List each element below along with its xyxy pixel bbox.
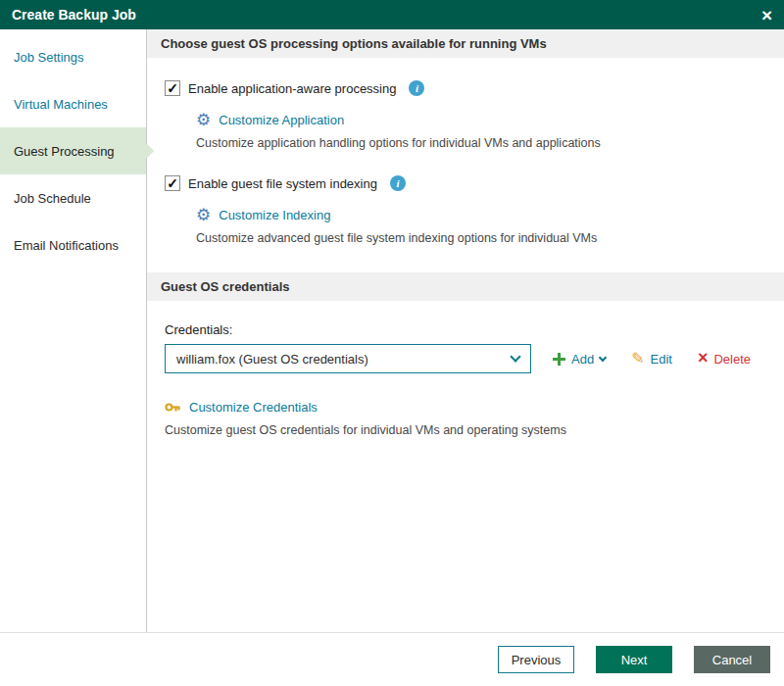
check-icon: ✓ — [167, 81, 178, 95]
gear-icon: ⚙ — [196, 112, 211, 128]
page-header: Choose guest OS processing options avail… — [147, 29, 784, 58]
edit-label: Edit — [651, 352, 672, 367]
app-aware-row: ✓ Enable application-aware processing i — [165, 80, 764, 96]
customize-indexing-label[interactable]: Customize Indexing — [219, 208, 330, 222]
dialog-title: Create Backup Job — [12, 7, 136, 23]
credentials-select-value: william.fox (Guest OS credentials) — [176, 352, 368, 367]
credentials-caption: Customize guest OS credentials for indiv… — [165, 423, 764, 437]
add-button[interactable]: Add — [553, 352, 606, 367]
credentials-section-header: Guest OS credentials — [147, 272, 784, 301]
delete-button[interactable]: × Delete — [698, 351, 751, 367]
customize-credentials-label[interactable]: Customize Credentials — [189, 400, 318, 415]
delete-x-icon: × — [698, 349, 709, 367]
create-backup-job-dialog: Create Backup Job × Job Settings Virtual… — [0, 0, 784, 686]
credentials-select[interactable]: william.fox (Guest OS credentials) — [165, 344, 531, 373]
guest-processing-panel: Choose guest OS processing options avail… — [147, 29, 784, 632]
customize-application-label[interactable]: Customize Application — [219, 113, 344, 127]
info-icon[interactable]: i — [390, 175, 406, 191]
app-aware-label: Enable application-aware processing — [188, 81, 396, 96]
cancel-button[interactable]: Cancel — [694, 646, 770, 673]
previous-button[interactable]: Previous — [498, 646, 574, 673]
key-icon — [165, 399, 181, 416]
chevron-down-icon — [599, 354, 607, 362]
indexing-label: Enable guest file system indexing — [188, 176, 377, 191]
edit-button[interactable]: ✎ Edit — [631, 351, 672, 367]
credentials-label: Credentials: — [165, 322, 764, 337]
wizard-steps-sidebar: Job Settings Virtual Machines Guest Proc… — [0, 29, 147, 632]
processing-options-section: ✓ Enable application-aware processing i … — [147, 58, 784, 245]
gear-icon: ⚙ — [196, 207, 211, 223]
next-button[interactable]: Next — [596, 646, 672, 673]
delete-label: Delete — [713, 352, 751, 367]
close-icon[interactable]: × — [761, 6, 772, 24]
add-label: Add — [571, 352, 594, 367]
app-aware-checkbox[interactable]: ✓ — [165, 80, 180, 96]
sidebar-item-email-notifications[interactable]: Email Notifications — [0, 221, 146, 269]
sidebar-item-guest-processing[interactable]: Guest Processing — [0, 127, 146, 174]
info-icon[interactable]: i — [409, 80, 424, 96]
indexing-row: ✓ Enable guest file system indexing i — [165, 175, 764, 191]
customize-application-link[interactable]: ⚙ Customize Application — [196, 112, 764, 128]
titlebar: Create Backup Job × — [0, 0, 784, 29]
sidebar-item-job-settings[interactable]: Job Settings — [0, 33, 146, 80]
dialog-body: Job Settings Virtual Machines Guest Proc… — [0, 29, 784, 632]
customize-indexing-link[interactable]: ⚙ Customize Indexing — [196, 207, 764, 223]
chevron-down-icon — [510, 351, 520, 362]
customize-credentials-link[interactable]: Customize Credentials — [165, 399, 764, 416]
sidebar-item-virtual-machines[interactable]: Virtual Machines — [0, 80, 146, 127]
plus-icon — [553, 353, 565, 366]
check-icon: ✓ — [167, 176, 178, 190]
credentials-row: william.fox (Guest OS credentials) Add — [165, 344, 764, 373]
credentials-actions: Add ✎ Edit × Delete — [553, 351, 751, 367]
pencil-icon: ✎ — [631, 351, 644, 367]
footer: Previous Next Cancel — [0, 632, 784, 686]
app-aware-caption: Customize application handling options f… — [196, 136, 764, 150]
indexing-caption: Customize advanced guest file system ind… — [196, 231, 764, 245]
credentials-section: Credentials: william.fox (Guest OS crede… — [147, 301, 784, 437]
sidebar-item-job-schedule[interactable]: Job Schedule — [0, 174, 146, 221]
indexing-checkbox[interactable]: ✓ — [165, 175, 180, 191]
